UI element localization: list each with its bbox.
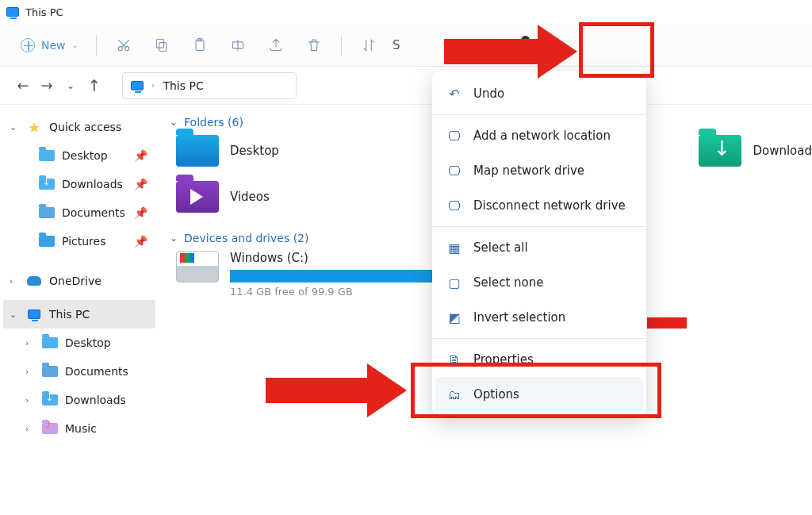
- label: Music: [65, 422, 97, 435]
- chevron-right-icon: [25, 424, 35, 434]
- downloads-folder-icon: [42, 394, 58, 405]
- chevron-down-icon: ⌄: [72, 40, 79, 49]
- star-icon: ★: [25, 118, 43, 136]
- select-all-icon: ▦: [446, 240, 462, 256]
- label: Undo: [473, 86, 504, 101]
- sidebar-item-pc-desktop[interactable]: Desktop: [3, 329, 155, 357]
- properties-icon: 🗎: [446, 352, 462, 367]
- sidebar-this-pc[interactable]: This PC: [3, 300, 155, 329]
- address-bar[interactable]: › This PC: [122, 72, 297, 99]
- plus-circle-icon: [21, 38, 35, 52]
- divider: [341, 35, 342, 56]
- music-folder-icon: [42, 423, 58, 434]
- menu-separator: [432, 226, 646, 227]
- sidebar-quick-access[interactable]: ★ Quick access: [3, 113, 155, 141]
- label: Quick access: [49, 121, 121, 133]
- chevron-right-icon: [10, 276, 19, 286]
- sidebar-item-desktop[interactable]: Desktop 📌: [3, 141, 155, 170]
- label: Downloads: [62, 178, 123, 190]
- chevron-down-icon: ⌄: [170, 117, 178, 128]
- menu-separator: [432, 338, 646, 339]
- label: OneDrive: [49, 275, 102, 287]
- sidebar-item-downloads[interactable]: Downloads 📌: [3, 170, 155, 198]
- up-button[interactable]: ↑: [82, 76, 106, 95]
- navigation-pane: ★ Quick access Desktop 📌 Downloads 📌 Doc…: [0, 105, 159, 515]
- label: Devices and drives (2): [184, 232, 308, 244]
- menu-item-options[interactable]: 🗂 Options: [435, 377, 643, 412]
- folder-icon: [39, 150, 55, 161]
- folder-item-downloads[interactable]: Download: [699, 135, 812, 167]
- sort-label: S: [389, 31, 404, 60]
- sort-button[interactable]: [351, 31, 386, 60]
- pin-icon: 📌: [134, 149, 147, 162]
- folder-item-desktop[interactable]: Desktop: [176, 135, 350, 167]
- back-button[interactable]: ←: [11, 77, 35, 94]
- svg-rect-2: [159, 42, 167, 51]
- pin-icon: 📌: [134, 235, 147, 248]
- label: Pictures: [62, 235, 105, 248]
- menu-item-properties[interactable]: 🗎 Properties: [432, 342, 646, 377]
- recent-locations-button[interactable]: ⌄: [59, 80, 82, 91]
- label: Folders (6): [184, 116, 243, 129]
- chevron-right-icon: [25, 338, 35, 348]
- rename-button[interactable]: [220, 31, 255, 60]
- this-pc-icon: [6, 7, 19, 17]
- label: Videos: [230, 190, 270, 204]
- sidebar-item-pc-documents[interactable]: Documents: [3, 357, 155, 386]
- pin-icon: 📌: [134, 206, 147, 219]
- chevron-down-icon: [10, 122, 19, 133]
- label: Desktop: [65, 336, 111, 349]
- label: Invert selection: [473, 310, 565, 325]
- main: ★ Quick access Desktop 📌 Downloads 📌 Doc…: [0, 105, 812, 515]
- chevron-down-icon: ⌄: [170, 233, 178, 244]
- menu-item-map-network-drive[interactable]: 🖵 Map network drive: [432, 153, 646, 188]
- new-label: New: [41, 39, 66, 52]
- label: Desktop: [62, 149, 108, 162]
- desktop-folder-icon: [176, 135, 219, 167]
- sidebar-item-pictures[interactable]: Pictures 📌: [3, 227, 155, 256]
- select-none-icon: ▢: [446, 275, 462, 290]
- pictures-folder-icon: [39, 236, 55, 247]
- label: Disconnect network drive: [473, 198, 626, 213]
- options-icon: 🗂: [446, 386, 462, 402]
- downloads-folder-icon: [699, 135, 741, 167]
- label: Desktop: [230, 144, 279, 158]
- desktop-folder-icon: [42, 337, 58, 348]
- chevron-right-icon: ›: [151, 80, 155, 90]
- menu-item-select-none[interactable]: ▢ Select none: [432, 265, 646, 300]
- disconnect-drive-icon: 🖵: [446, 198, 462, 213]
- menu-item-undo[interactable]: ↶ Undo: [432, 76, 646, 111]
- label: Select all: [473, 240, 528, 255]
- breadcrumb-location: This PC: [163, 79, 203, 92]
- label: Map network drive: [473, 163, 584, 178]
- delete-button[interactable]: [297, 31, 331, 60]
- sidebar-item-documents[interactable]: Documents 📌: [3, 198, 155, 227]
- see-more-button[interactable]: ● ● ●: [520, 31, 555, 60]
- label: This PC: [49, 308, 90, 321]
- cut-button[interactable]: [106, 31, 141, 60]
- copy-button[interactable]: [144, 31, 179, 60]
- share-button[interactable]: [259, 31, 293, 60]
- toolbar: New ⌄ S ● ● ●: [0, 24, 812, 67]
- sidebar-item-pc-music[interactable]: Music: [3, 414, 155, 443]
- label: Properties: [473, 352, 534, 367]
- menu-item-select-all[interactable]: ▦ Select all: [432, 230, 646, 265]
- menu-item-disconnect-network-drive[interactable]: 🖵 Disconnect network drive: [432, 188, 646, 223]
- label: Add a network location: [473, 129, 611, 143]
- invert-selection-icon: ◩: [446, 309, 462, 325]
- titlebar: This PC: [0, 0, 812, 24]
- paste-button[interactable]: [182, 31, 217, 60]
- window-title: This PC: [25, 6, 63, 18]
- sidebar-item-pc-downloads[interactable]: Downloads: [3, 386, 155, 414]
- menu-item-invert-selection[interactable]: ◩ Invert selection: [432, 300, 646, 335]
- label: Download: [753, 144, 812, 158]
- label: Options: [473, 387, 519, 402]
- menu-item-add-network-location[interactable]: 🖵 Add a network location: [432, 118, 646, 153]
- sidebar-onedrive[interactable]: OneDrive: [3, 267, 155, 295]
- see-more-menu: ↶ Undo 🖵 Add a network location 🖵 Map ne…: [432, 71, 646, 417]
- divider: [96, 35, 97, 56]
- new-button[interactable]: New ⌄: [13, 33, 86, 57]
- undo-icon: ↶: [446, 86, 462, 102]
- label: Downloads: [65, 394, 126, 406]
- forward-button[interactable]: →: [35, 77, 59, 94]
